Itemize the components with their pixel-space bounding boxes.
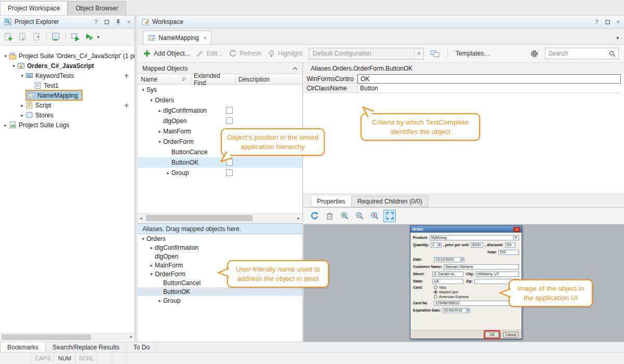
help-icon[interactable]: ? <box>595 19 598 25</box>
column-header-description[interactable]: Description <box>235 74 302 85</box>
pin-icon[interactable] <box>116 19 121 25</box>
expander-icon[interactable]: ▸ <box>156 298 163 303</box>
tree-item-project-suite-logs[interactable]: ▸ Project Suite Logs <box>0 120 135 130</box>
tab-properties[interactable]: Properties <box>311 196 352 207</box>
tab-namemapping[interactable]: NameMapping × <box>143 31 211 44</box>
property-value-editor[interactable]: OK <box>357 74 621 84</box>
namemapping-selected-highlight[interactable]: NameMapping <box>25 90 83 101</box>
scrollbar-thumb[interactable] <box>2 334 91 340</box>
expander-icon[interactable]: ▾ <box>140 236 147 241</box>
tree-item-namemapping[interactable]: NameMapping <box>0 90 135 100</box>
close-tab-icon[interactable]: × <box>203 35 206 41</box>
refresh-image-button[interactable] <box>308 210 321 222</box>
add-object-button[interactable]: Add Object... <box>143 49 190 58</box>
alias-item-dlgconfirmation[interactable]: ▸ dlgConfirmation <box>138 243 302 252</box>
tab-search-replace-results[interactable]: Search/Replace Results <box>46 342 127 352</box>
tab-required-children[interactable]: Required Children (0/0) <box>352 196 429 207</box>
add-script-button[interactable]: + <box>124 101 129 109</box>
tab-object-browser[interactable]: Object Browser <box>68 1 126 15</box>
mapped-item-orders[interactable]: ▾ Orders <box>138 95 302 105</box>
column-header-extended-find[interactable]: Extended Find <box>191 74 235 85</box>
tab-project-workspace[interactable]: Project Workspace <box>0 1 68 15</box>
tree-item-project[interactable]: ▾ Orders_C#_JavaScript <box>0 61 135 71</box>
alias-item-buttonok[interactable]: ButtonOK <box>138 287 302 296</box>
fit-to-window-button[interactable] <box>383 210 396 222</box>
search-input[interactable] <box>548 50 607 57</box>
tab-list-dropdown-icon[interactable]: ▾ <box>616 35 619 41</box>
zoom-out-icon[interactable] <box>353 210 366 222</box>
project-explorer-hscrollbar[interactable]: ▸ <box>1 333 134 341</box>
expander-icon[interactable]: ▾ <box>156 139 163 144</box>
zoom-reset-icon[interactable] <box>368 210 381 222</box>
scroll-left-icon[interactable]: ◂ <box>140 215 142 221</box>
close-panel-icon[interactable]: × <box>127 19 130 25</box>
add-existing-item-button[interactable] <box>17 31 29 43</box>
tree-item-keywordtests[interactable]: ▾ KeywordTests + <box>0 71 135 80</box>
alias-item-orders[interactable]: ▾ Orders <box>138 234 302 243</box>
mapped-item-dlgopen[interactable]: dlgOpen <box>138 116 302 126</box>
run-project-button[interactable] <box>69 31 82 43</box>
run-options-dropdown-icon[interactable]: ▾ <box>97 35 99 39</box>
expander-icon[interactable]: ▸ <box>156 129 163 134</box>
property-row[interactable]: ClrClassName Button <box>303 84 621 93</box>
manage-configurations-icon[interactable] <box>430 49 440 58</box>
configuration-select[interactable]: Default Configuration ▾ <box>309 48 424 60</box>
zoom-in-icon[interactable] <box>338 210 351 222</box>
scrollbar-thumb[interactable] <box>146 215 253 221</box>
alias-item-group[interactable]: ▸ Group <box>138 296 302 305</box>
search-icon[interactable] <box>609 50 616 57</box>
extended-find-checkbox[interactable] <box>226 169 233 176</box>
edit-button[interactable]: Edit... <box>196 50 222 58</box>
tab-to-do[interactable]: To Do <box>127 342 157 352</box>
property-name: ClrClassName <box>303 84 357 93</box>
export-project-button[interactable] <box>31 31 43 43</box>
tab-bookmarks[interactable]: Bookmarks <box>0 342 46 352</box>
expander-icon[interactable]: ▸ <box>2 123 9 128</box>
collapse-panel-icon[interactable] <box>292 66 298 71</box>
gear-icon[interactable] <box>530 49 539 58</box>
tree-item-stores[interactable]: ▸ Stores <box>0 110 135 120</box>
refresh-button[interactable]: Refresh <box>229 49 261 58</box>
expander-icon[interactable]: ▾ <box>148 272 155 277</box>
tree-item-script[interactable]: ▸ Script + <box>0 100 135 110</box>
add-new-project-button[interactable] <box>3 31 15 43</box>
expander-icon[interactable]: ▸ <box>19 113 25 118</box>
organize-tests-button[interactable] <box>50 31 62 43</box>
expander-icon[interactable]: ▾ <box>148 98 155 103</box>
templates-button[interactable]: Templates... <box>456 50 489 57</box>
maximize-icon[interactable] <box>605 20 610 24</box>
help-icon[interactable]: ? <box>94 19 97 25</box>
delete-image-button[interactable] <box>323 210 336 222</box>
property-value[interactable]: Button <box>357 84 621 93</box>
run-project-suite-button[interactable] <box>83 31 96 43</box>
mapped-item-dlgconfirmation[interactable]: ▸ dlgConfirmation <box>138 105 302 116</box>
mapped-objects-hscrollbar[interactable]: ◂ ▸ <box>138 213 302 222</box>
chevron-down-icon[interactable]: ▾ <box>414 48 423 59</box>
close-panel-icon[interactable]: × <box>617 19 620 25</box>
mapped-item-group[interactable]: ▸ Group <box>138 168 302 178</box>
expander-icon[interactable]: ▸ <box>165 170 171 176</box>
tree-item-test1[interactable]: Test1 <box>0 80 135 90</box>
expander-icon[interactable]: ▾ <box>140 87 147 92</box>
property-row[interactable]: WinFormsContro OK <box>303 74 621 84</box>
extended-find-checkbox[interactable] <box>226 107 233 114</box>
mapped-item-sys[interactable]: ▾ Sys <box>138 85 302 95</box>
sort-icon[interactable] <box>182 77 187 82</box>
expander-icon[interactable]: ▸ <box>156 108 163 113</box>
expander-icon[interactable]: ▸ <box>19 103 25 108</box>
scroll-right-icon[interactable]: ▸ <box>130 334 132 339</box>
highlight-button[interactable]: Highlight <box>268 50 302 58</box>
expander-icon[interactable]: ▾ <box>2 53 9 59</box>
expander-icon[interactable]: ▸ <box>148 263 155 268</box>
tree-item-project-suite[interactable]: ▾ Project Suite 'Orders_C#_JavaScript' (… <box>0 51 135 61</box>
expander-icon[interactable]: ▸ <box>148 245 155 250</box>
add-keyword-test-button[interactable]: + <box>124 72 129 79</box>
expander-icon[interactable]: ▾ <box>19 73 25 78</box>
window-position-icon[interactable] <box>104 20 109 24</box>
extended-find-checkbox[interactable] <box>226 117 233 124</box>
expander-icon[interactable]: ▾ <box>10 63 17 69</box>
column-header-name[interactable]: Name <box>138 74 191 85</box>
scroll-right-icon[interactable]: ▸ <box>297 215 300 221</box>
alias-item-dlgopen[interactable]: dlgOpen <box>138 252 302 261</box>
search-box[interactable] <box>545 48 619 59</box>
